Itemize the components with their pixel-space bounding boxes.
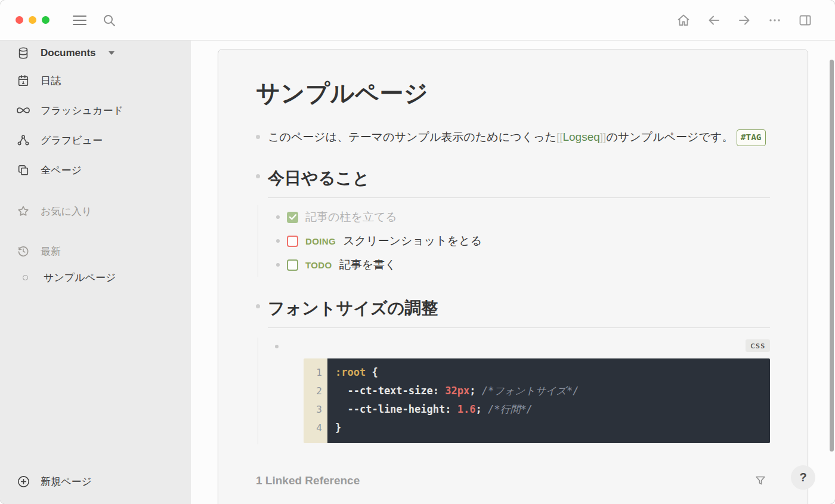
- block-heading-fontsize: フォントサイズの調整: [256, 297, 770, 328]
- recent-page-label: サンプルページ: [44, 271, 116, 285]
- code-section: css 1234 :root { --ct-text-size: 32px; /…: [258, 338, 770, 444]
- left-sidebar: Documents 日誌 フラッシュカード: [0, 41, 191, 504]
- home-icon[interactable]: [676, 13, 691, 27]
- star-icon: [16, 204, 30, 218]
- link-bracket-open: [[: [556, 131, 563, 143]
- page-card: サンプルページ このページは、テーマのサンプル表示のためにつくった[[Logse…: [218, 49, 808, 504]
- sidebar-item-label: グラフビュー: [41, 134, 103, 147]
- task-label[interactable]: 記事を書く: [339, 257, 397, 273]
- code-language-badge: css: [746, 339, 770, 352]
- block-code: css 1234 :root { --ct-text-size: 32px; /…: [275, 338, 770, 443]
- favorites-section-header[interactable]: お気に入り: [0, 196, 191, 226]
- recent-section-header[interactable]: 最新: [0, 236, 191, 266]
- tag-badge[interactable]: #TAG: [737, 129, 766, 146]
- infinity-icon: [16, 103, 30, 118]
- database-icon: [16, 46, 30, 60]
- search-icon[interactable]: [102, 13, 116, 27]
- section-heading[interactable]: フォントサイズの調整: [268, 297, 770, 320]
- vertical-scrollbar-thumb[interactable]: [830, 60, 834, 452]
- zoom-window-button[interactable]: [42, 16, 50, 24]
- pages-icon: [16, 163, 30, 177]
- graph-icon: [16, 133, 30, 147]
- task-item-doing: DOING スクリーンショットをとる: [276, 229, 770, 253]
- task-list: 記事の柱を立てる DOING スクリーンショットをとる TODO 記事を書く: [258, 205, 770, 277]
- calendar-icon: [16, 73, 30, 88]
- sidebar-item-label: 日誌: [41, 74, 61, 88]
- checkbox-unchecked[interactable]: [287, 236, 298, 247]
- sidebar-item-graph-view[interactable]: グラフビュー: [0, 125, 191, 155]
- task-label[interactable]: 記事の柱を立てる: [305, 209, 397, 225]
- heading-divider: [268, 197, 770, 198]
- sidebar-item-flashcards[interactable]: フラッシュカード: [0, 95, 191, 125]
- task-marker-doing[interactable]: DOING: [305, 236, 336, 246]
- help-button[interactable]: ?: [791, 465, 815, 490]
- minimize-window-button[interactable]: [29, 16, 36, 24]
- linked-references-label[interactable]: 1 Linked Reference: [256, 474, 360, 487]
- linked-references-bar: 1 Linked Reference: [256, 474, 770, 487]
- intro-text-before: このページは、テーマのサンプル表示のためにつくった: [268, 131, 556, 143]
- task-item-done: 記事の柱を立てる: [276, 205, 770, 229]
- intro-paragraph[interactable]: このページは、テーマのサンプル表示のためにつくった[[Logseq]]のサンプル…: [268, 128, 770, 147]
- page-reference-link[interactable]: Logseq: [562, 131, 599, 143]
- history-clock-icon: [16, 244, 30, 258]
- link-bracket-close: ]]: [600, 131, 607, 143]
- chevron-down-icon: [109, 51, 115, 55]
- traffic-lights: [16, 16, 50, 24]
- intro-text-after: のサンプルページです。: [606, 131, 736, 143]
- forward-arrow-icon[interactable]: [737, 13, 752, 27]
- block-bullet[interactable]: [275, 345, 279, 348]
- recent-label: 最新: [41, 245, 61, 258]
- block-bullet[interactable]: [256, 304, 260, 308]
- block-bullet[interactable]: [276, 263, 280, 267]
- plus-circle-icon: [16, 474, 30, 488]
- hamburger-menu-icon[interactable]: [72, 13, 86, 27]
- filter-funnel-icon[interactable]: [754, 474, 767, 487]
- heading-divider: [268, 327, 770, 328]
- sidebar-item-all-pages[interactable]: 全ページ: [0, 155, 191, 185]
- back-arrow-icon[interactable]: [707, 13, 721, 27]
- titlebar: [0, 0, 835, 41]
- block-bullet[interactable]: [256, 135, 260, 139]
- block-bullet[interactable]: [276, 215, 280, 219]
- graph-name-label: Documents: [41, 47, 96, 59]
- favorites-label: お気に入り: [41, 205, 92, 218]
- close-window-button[interactable]: [16, 16, 23, 24]
- new-page-button[interactable]: 新規ページ: [0, 467, 191, 496]
- task-label[interactable]: スクリーンショットをとる: [343, 233, 482, 249]
- checkbox-checked[interactable]: [287, 212, 298, 223]
- recent-page-item[interactable]: サンプルページ: [0, 266, 191, 289]
- task-item-todo: TODO 記事を書く: [276, 253, 770, 277]
- block-heading-todo: 今日やること: [256, 167, 770, 198]
- app-window: Documents 日誌 フラッシュカード: [0, 0, 835, 504]
- section-heading[interactable]: 今日やること: [268, 167, 770, 190]
- page-bullet-icon: [23, 275, 28, 280]
- block-bullet[interactable]: [276, 239, 280, 243]
- sidebar-item-label: 全ページ: [41, 163, 82, 177]
- page-title[interactable]: サンプルページ: [256, 77, 770, 110]
- code-block[interactable]: 1234 :root { --ct-text-size: 32px; /*フォン…: [304, 358, 770, 443]
- block-intro: このページは、テーマのサンプル表示のためにつくった[[Logseq]]のサンプル…: [256, 128, 770, 147]
- sidebar-item-label: フラッシュカード: [41, 104, 123, 118]
- task-marker-todo[interactable]: TODO: [305, 260, 332, 270]
- right-sidebar-toggle-icon[interactable]: [798, 13, 812, 27]
- main-content-area: サンプルページ このページは、テーマのサンプル表示のためにつくった[[Logse…: [191, 41, 835, 504]
- new-page-label: 新規ページ: [41, 475, 92, 488]
- more-options-icon[interactable]: [768, 13, 782, 27]
- checkbox-unchecked[interactable]: [287, 259, 298, 271]
- sidebar-item-journals[interactable]: 日誌: [0, 66, 191, 95]
- code-gutter: 1234: [304, 358, 327, 443]
- graph-switcher[interactable]: Documents: [0, 41, 191, 66]
- code-lines: :root { --ct-text-size: 32px; /*フォントサイズ*…: [327, 358, 770, 443]
- block-bullet[interactable]: [256, 174, 260, 178]
